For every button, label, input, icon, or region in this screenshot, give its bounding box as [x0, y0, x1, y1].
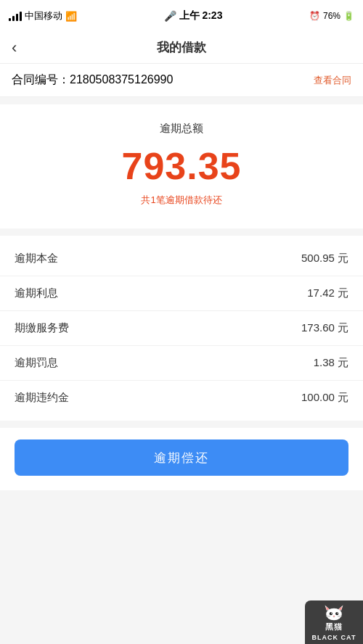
detail-card: 逾期本金 500.95 元 逾期利息 17.42 元 期缴服务费 173.60 …: [0, 236, 363, 421]
contract-number: 合同编号：2180508375126990: [12, 73, 173, 88]
back-button[interactable]: ‹: [12, 38, 17, 57]
signal-icon: [9, 12, 22, 21]
blackcat-logo-icon: [321, 603, 347, 622]
svg-point-6: [335, 612, 338, 615]
penalty-label: 逾期罚息: [15, 356, 58, 370]
principal-value: 500.95 元: [301, 252, 348, 265]
svg-point-0: [326, 608, 342, 621]
overdue-card: 逾期总额 793.35 共1笔逾期借款待还: [0, 104, 363, 228]
blackcat-chinese: 黑猫: [325, 622, 343, 632]
detail-row-breach: 逾期违约金 100.00 元: [0, 381, 363, 415]
svg-point-8: [337, 613, 338, 614]
overdue-subtitle: 共1笔逾期借款待还: [12, 194, 351, 207]
overdue-section-label: 逾期总额: [12, 122, 351, 136]
breach-label: 逾期违约金: [15, 391, 69, 405]
alarm-icon: ⏰: [309, 11, 320, 21]
status-battery: ⏰ 76% 🔋: [309, 11, 354, 21]
blackcat-english: BLACK CAT: [312, 634, 356, 641]
svg-point-5: [330, 612, 333, 615]
svg-point-7: [331, 613, 332, 614]
contract-row: 合同编号：2180508375126990 查看合同: [0, 64, 363, 97]
battery-icon: 🔋: [343, 11, 354, 21]
contract-label: 合同编号：: [12, 73, 70, 86]
service-fee-label: 期缴服务费: [15, 321, 69, 335]
page-title: 我的借款: [157, 39, 206, 56]
nav-bar: ‹ 我的借款: [0, 32, 363, 64]
overdue-amount: 793.35: [12, 144, 351, 188]
wifi-icon: 📶: [65, 11, 77, 22]
view-contract-link[interactable]: 查看合同: [314, 74, 351, 87]
service-fee-value: 173.60 元: [301, 321, 348, 335]
detail-row-penalty: 逾期罚息 1.38 元: [0, 346, 363, 381]
carrier-label: 中国移动: [25, 9, 62, 22]
detail-row-service-fee: 期缴服务费 173.60 元: [0, 311, 363, 346]
mic-icon: 🎤: [164, 10, 176, 22]
status-time: 🎤 上午 2:23: [164, 9, 223, 22]
detail-row-interest: 逾期利息 17.42 元: [0, 276, 363, 311]
button-area: 逾期偿还: [0, 428, 363, 490]
interest-label: 逾期利息: [15, 286, 58, 300]
detail-row-principal: 逾期本金 500.95 元: [0, 242, 363, 276]
svg-point-9: [333, 616, 335, 617]
principal-label: 逾期本金: [15, 252, 58, 265]
breach-value: 100.00 元: [301, 391, 348, 405]
status-bar: 中国移动 📶 🎤 上午 2:23 ⏰ 76% 🔋: [0, 0, 363, 32]
repay-button[interactable]: 逾期偿还: [15, 439, 348, 476]
penalty-value: 1.38 元: [314, 356, 348, 370]
status-carrier: 中国移动 📶: [9, 9, 77, 22]
blackcat-watermark: 黑猫 BLACK CAT: [305, 600, 363, 644]
interest-value: 17.42 元: [307, 286, 348, 300]
